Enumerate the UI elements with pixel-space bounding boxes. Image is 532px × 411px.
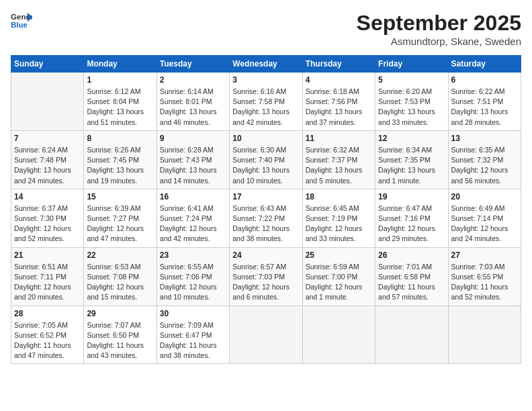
day-number: 28 <box>14 309 81 318</box>
day-info: Sunrise: 6:22 AMSunset: 7:51 PMDaylight:… <box>451 87 518 128</box>
calendar-week-row: 28Sunrise: 7:05 AMSunset: 6:52 PMDayligh… <box>11 306 521 364</box>
weekday-header: Tuesday <box>157 56 229 73</box>
day-info: Sunrise: 6:20 AMSunset: 7:53 PMDaylight:… <box>378 87 445 128</box>
day-number: 12 <box>378 134 445 143</box>
calendar-cell: 23Sunrise: 6:55 AMSunset: 7:06 PMDayligh… <box>157 247 229 306</box>
calendar-cell: 30Sunrise: 7:09 AMSunset: 6:47 PMDayligh… <box>157 306 229 364</box>
day-number: 9 <box>160 134 226 143</box>
day-info: Sunrise: 6:51 AMSunset: 7:11 PMDaylight:… <box>14 262 81 303</box>
day-info: Sunrise: 7:09 AMSunset: 6:47 PMDaylight:… <box>160 320 226 361</box>
month-title: September 2025 <box>357 11 521 36</box>
calendar-table: SundayMondayTuesdayWednesdayThursdayFrid… <box>11 55 521 364</box>
day-number: 13 <box>451 134 518 143</box>
day-number: 22 <box>87 250 153 260</box>
calendar-cell: 13Sunrise: 6:35 AMSunset: 7:32 PMDayligh… <box>448 130 521 189</box>
day-info: Sunrise: 7:05 AMSunset: 6:52 PMDaylight:… <box>14 320 81 361</box>
calendar-cell: 22Sunrise: 6:53 AMSunset: 7:08 PMDayligh… <box>84 247 157 306</box>
location: Asmundtorp, Skane, Sweden <box>357 36 521 47</box>
weekday-header: Thursday <box>302 56 375 73</box>
day-number: 21 <box>14 250 81 260</box>
day-number: 20 <box>451 192 518 201</box>
day-info: Sunrise: 6:55 AMSunset: 7:06 PMDaylight:… <box>160 262 226 303</box>
calendar-cell <box>302 306 375 364</box>
day-info: Sunrise: 6:39 AMSunset: 7:27 PMDaylight:… <box>87 203 153 244</box>
day-info: Sunrise: 6:43 AMSunset: 7:22 PMDaylight:… <box>232 203 299 244</box>
calendar-cell: 16Sunrise: 6:41 AMSunset: 7:24 PMDayligh… <box>157 189 229 247</box>
calendar-cell: 2Sunrise: 6:14 AMSunset: 8:01 PMDaylight… <box>157 73 229 131</box>
calendar-cell: 7Sunrise: 6:24 AMSunset: 7:48 PMDaylight… <box>11 130 84 189</box>
calendar-cell: 11Sunrise: 6:32 AMSunset: 7:37 PMDayligh… <box>302 130 375 189</box>
day-info: Sunrise: 6:37 AMSunset: 7:30 PMDaylight:… <box>14 203 81 244</box>
day-info: Sunrise: 6:12 AMSunset: 8:04 PMDaylight:… <box>87 87 153 128</box>
day-number: 16 <box>160 192 226 201</box>
calendar-cell: 20Sunrise: 6:49 AMSunset: 7:14 PMDayligh… <box>448 189 521 247</box>
calendar-cell: 28Sunrise: 7:05 AMSunset: 6:52 PMDayligh… <box>11 306 84 364</box>
day-info: Sunrise: 6:26 AMSunset: 7:45 PMDaylight:… <box>87 145 153 186</box>
day-number: 5 <box>378 75 445 85</box>
weekday-header: Sunday <box>11 56 84 73</box>
day-number: 15 <box>87 192 153 201</box>
day-number: 30 <box>160 309 226 318</box>
calendar-cell: 1Sunrise: 6:12 AMSunset: 8:04 PMDaylight… <box>84 73 157 131</box>
calendar-cell: 5Sunrise: 6:20 AMSunset: 7:53 PMDaylight… <box>375 73 448 131</box>
calendar-cell: 25Sunrise: 6:59 AMSunset: 7:00 PMDayligh… <box>302 247 375 306</box>
calendar-cell: 21Sunrise: 6:51 AMSunset: 7:11 PMDayligh… <box>11 247 84 306</box>
svg-text:Blue: Blue <box>11 21 28 29</box>
day-number: 6 <box>451 75 518 85</box>
day-number: 27 <box>451 250 518 260</box>
day-number: 11 <box>306 134 372 143</box>
logo: General Blue <box>11 11 32 30</box>
calendar-week-row: 1Sunrise: 6:12 AMSunset: 8:04 PMDaylight… <box>11 73 521 131</box>
day-info: Sunrise: 7:03 AMSunset: 6:55 PMDaylight:… <box>451 262 518 303</box>
day-info: Sunrise: 6:49 AMSunset: 7:14 PMDaylight:… <box>451 203 518 244</box>
calendar-cell: 12Sunrise: 6:34 AMSunset: 7:35 PMDayligh… <box>375 130 448 189</box>
calendar-cell: 27Sunrise: 7:03 AMSunset: 6:55 PMDayligh… <box>448 247 521 306</box>
day-info: Sunrise: 6:59 AMSunset: 7:00 PMDaylight:… <box>306 262 372 303</box>
day-info: Sunrise: 6:41 AMSunset: 7:24 PMDaylight:… <box>160 203 226 244</box>
day-number: 3 <box>232 75 299 85</box>
calendar-cell: 17Sunrise: 6:43 AMSunset: 7:22 PMDayligh… <box>230 189 302 247</box>
weekday-header: Wednesday <box>230 56 302 73</box>
day-number: 10 <box>232 134 299 143</box>
day-number: 26 <box>378 250 445 260</box>
day-number: 25 <box>306 250 372 260</box>
day-number: 4 <box>306 75 372 85</box>
calendar-cell: 8Sunrise: 6:26 AMSunset: 7:45 PMDaylight… <box>84 130 157 189</box>
day-info: Sunrise: 6:32 AMSunset: 7:37 PMDaylight:… <box>306 145 372 186</box>
day-info: Sunrise: 6:53 AMSunset: 7:08 PMDaylight:… <box>87 262 153 303</box>
day-info: Sunrise: 6:30 AMSunset: 7:40 PMDaylight:… <box>232 145 299 186</box>
day-number: 18 <box>306 192 372 201</box>
calendar-cell: 4Sunrise: 6:18 AMSunset: 7:56 PMDaylight… <box>302 73 375 131</box>
calendar-cell: 19Sunrise: 6:47 AMSunset: 7:16 PMDayligh… <box>375 189 448 247</box>
day-number: 24 <box>232 250 299 260</box>
day-number: 14 <box>14 192 81 201</box>
day-info: Sunrise: 6:18 AMSunset: 7:56 PMDaylight:… <box>306 87 372 128</box>
day-info: Sunrise: 6:57 AMSunset: 7:03 PMDaylight:… <box>232 262 299 303</box>
calendar-cell: 15Sunrise: 6:39 AMSunset: 7:27 PMDayligh… <box>84 189 157 247</box>
weekday-header: Friday <box>375 56 448 73</box>
title-block: September 2025 Asmundtorp, Skane, Sweden <box>357 11 521 47</box>
weekday-header: Monday <box>84 56 157 73</box>
day-info: Sunrise: 6:47 AMSunset: 7:16 PMDaylight:… <box>378 203 445 244</box>
calendar-cell <box>11 73 84 131</box>
calendar-week-row: 7Sunrise: 6:24 AMSunset: 7:48 PMDaylight… <box>11 130 521 189</box>
day-info: Sunrise: 6:34 AMSunset: 7:35 PMDaylight:… <box>378 145 445 186</box>
calendar-cell: 10Sunrise: 6:30 AMSunset: 7:40 PMDayligh… <box>230 130 302 189</box>
calendar-week-row: 14Sunrise: 6:37 AMSunset: 7:30 PMDayligh… <box>11 189 521 247</box>
day-number: 29 <box>87 309 153 318</box>
calendar-cell: 3Sunrise: 6:16 AMSunset: 7:58 PMDaylight… <box>230 73 302 131</box>
weekday-header: Saturday <box>448 56 521 73</box>
day-number: 23 <box>160 250 226 260</box>
calendar-cell: 26Sunrise: 7:01 AMSunset: 6:58 PMDayligh… <box>375 247 448 306</box>
day-number: 1 <box>87 75 153 85</box>
calendar-cell: 24Sunrise: 6:57 AMSunset: 7:03 PMDayligh… <box>230 247 302 306</box>
day-info: Sunrise: 6:35 AMSunset: 7:32 PMDaylight:… <box>451 145 518 186</box>
day-number: 2 <box>160 75 226 85</box>
day-number: 17 <box>232 192 299 201</box>
calendar-cell: 9Sunrise: 6:28 AMSunset: 7:43 PMDaylight… <box>157 130 229 189</box>
calendar-week-row: 21Sunrise: 6:51 AMSunset: 7:11 PMDayligh… <box>11 247 521 306</box>
day-info: Sunrise: 7:01 AMSunset: 6:58 PMDaylight:… <box>378 262 445 303</box>
day-info: Sunrise: 6:45 AMSunset: 7:19 PMDaylight:… <box>306 203 372 244</box>
calendar-cell: 29Sunrise: 7:07 AMSunset: 6:50 PMDayligh… <box>84 306 157 364</box>
day-info: Sunrise: 6:24 AMSunset: 7:48 PMDaylight:… <box>14 145 81 186</box>
